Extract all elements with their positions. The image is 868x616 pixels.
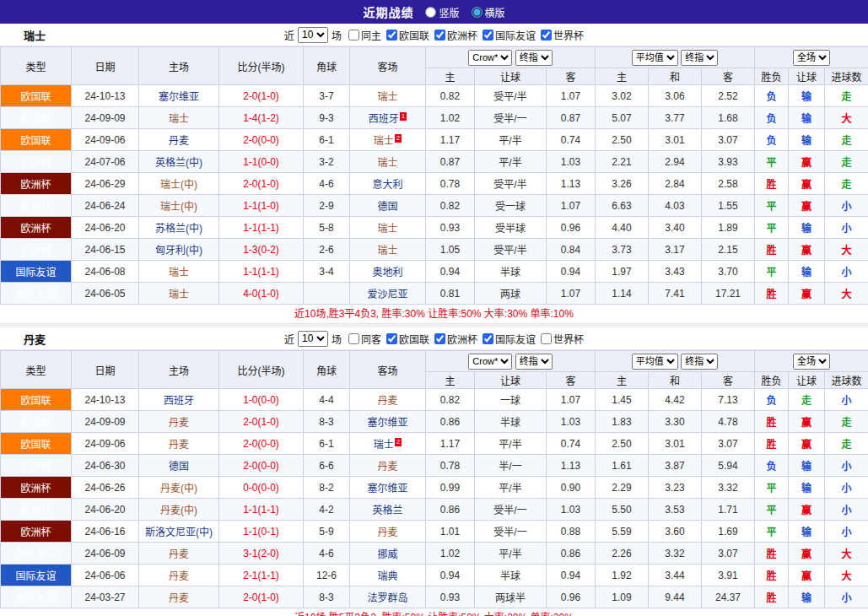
- checkbox-label: 欧国联: [399, 28, 429, 42]
- away-team[interactable]: 丹麦: [350, 389, 426, 411]
- result-goals: 走: [825, 129, 868, 151]
- vertical-radio-input[interactable]: [425, 7, 436, 18]
- home-team[interactable]: 德国: [139, 455, 219, 477]
- filter-checkbox[interactable]: 国际友谊: [479, 332, 536, 346]
- filter-checkbox[interactable]: 世界杯: [537, 28, 584, 42]
- checkbox-input[interactable]: [541, 30, 552, 41]
- competition-badge: 欧洲杯: [1, 151, 72, 173]
- checkbox-input[interactable]: [483, 333, 493, 344]
- asian-stage-select[interactable]: 终指: [515, 354, 553, 370]
- result-goals: 小: [825, 521, 868, 543]
- rank-badge: 2: [395, 134, 402, 143]
- away-team[interactable]: 挪威: [350, 543, 426, 565]
- home-team[interactable]: 丹麦: [139, 543, 219, 565]
- euro-stage-select[interactable]: 终指: [681, 354, 718, 370]
- home-team[interactable]: 丹麦(中): [139, 477, 219, 499]
- away-team[interactable]: 塞尔维亚: [350, 477, 426, 499]
- home-team[interactable]: 斯洛文尼亚(中): [139, 521, 219, 543]
- home-team[interactable]: 丹麦(中): [139, 499, 219, 521]
- bookmaker-select[interactable]: Crow*: [468, 50, 512, 66]
- score: 2-0(1-0): [219, 586, 304, 608]
- euro-draw-odds: 3.32: [649, 543, 702, 565]
- home-team[interactable]: 丹麦: [139, 411, 219, 433]
- away-team[interactable]: 丹麦: [350, 521, 426, 543]
- filter-checkbox[interactable]: 欧洲杯: [431, 28, 477, 42]
- filter-checkbox[interactable]: 世界杯: [537, 332, 584, 346]
- euro-average-select[interactable]: 平均值: [632, 50, 678, 66]
- checkbox-input[interactable]: [386, 333, 397, 344]
- filter-checkbox[interactable]: 欧国联: [383, 332, 429, 346]
- checkbox-input[interactable]: [348, 30, 359, 41]
- match-date: 24-09-09: [72, 411, 139, 433]
- result-handicap: 输: [789, 521, 825, 543]
- corners: 6-6: [304, 455, 350, 477]
- away-team[interactable]: 瑞士2: [350, 433, 426, 455]
- filter-checkbox[interactable]: 欧国联: [383, 28, 429, 42]
- away-team[interactable]: 意大利: [350, 173, 426, 195]
- away-team[interactable]: 西班牙1: [350, 107, 426, 129]
- home-team[interactable]: 西班牙: [139, 389, 219, 411]
- home-team[interactable]: 匈牙利(中): [139, 239, 219, 261]
- filter-checkbox[interactable]: 同客: [345, 332, 381, 346]
- scope-select[interactable]: 全场: [793, 354, 830, 370]
- home-team[interactable]: 瑞士: [139, 107, 219, 129]
- checkbox-input[interactable]: [434, 30, 445, 41]
- corners: 6-1: [304, 433, 350, 455]
- score: 1-1(1-1): [219, 499, 304, 521]
- home-team[interactable]: 丹麦: [139, 565, 219, 586]
- horizontal-radio-input[interactable]: [472, 7, 483, 18]
- away-team[interactable]: 法罗群岛: [350, 586, 426, 608]
- away-team[interactable]: 瑞士: [350, 151, 426, 173]
- checkbox-label: 同客: [361, 332, 381, 346]
- result-goals: 大: [825, 565, 868, 586]
- home-team[interactable]: 瑞士(中): [139, 173, 219, 195]
- away-team[interactable]: 德国: [350, 195, 426, 217]
- euro-stage-select[interactable]: 终指: [681, 50, 718, 66]
- euro-draw-odds: 9.44: [649, 586, 702, 608]
- asian-handicap: 半球: [475, 565, 547, 586]
- home-team[interactable]: 丹麦: [139, 129, 219, 151]
- asian-stage-select[interactable]: 终指: [515, 50, 553, 66]
- filter-checkbox[interactable]: 国际友谊: [479, 28, 536, 42]
- layout-radio-horizontal[interactable]: 横版: [472, 5, 505, 19]
- checkbox-input[interactable]: [541, 333, 552, 344]
- home-team[interactable]: 苏格兰(中): [139, 217, 219, 239]
- away-team[interactable]: 丹麦: [350, 455, 426, 477]
- away-team[interactable]: 瑞士: [350, 85, 426, 107]
- away-team[interactable]: 奥地利: [350, 261, 426, 283]
- home-team[interactable]: 瑞士(中): [139, 195, 219, 217]
- euro-average-select[interactable]: 平均值: [632, 354, 678, 370]
- asian-away-odds: 0.94: [547, 261, 596, 283]
- home-team[interactable]: 丹麦: [139, 586, 219, 608]
- scope-select[interactable]: 全场: [793, 50, 830, 66]
- away-team[interactable]: 塞尔维亚: [350, 411, 426, 433]
- checkbox-input[interactable]: [348, 333, 359, 344]
- filter-checkboxes: 同客欧国联欧洲杯国际友谊世界杯: [345, 332, 584, 346]
- match-count-select[interactable]: 10: [298, 27, 328, 43]
- home-team[interactable]: 丹麦: [139, 433, 219, 455]
- match-date: 24-10-13: [72, 389, 139, 411]
- match-count-select[interactable]: 10: [298, 331, 328, 347]
- checkbox-input[interactable]: [483, 30, 493, 41]
- away-team[interactable]: 瑞典: [350, 565, 426, 586]
- asian-home-odds: 1.17: [426, 433, 475, 455]
- checkbox-input[interactable]: [434, 333, 445, 344]
- filter-checkbox[interactable]: 同主: [345, 28, 381, 42]
- competition-badge: 欧洲杯: [1, 477, 72, 499]
- away-team[interactable]: 瑞士: [350, 239, 426, 261]
- asian-away-odds: 1.13: [547, 173, 596, 195]
- away-team[interactable]: 瑞士: [350, 217, 426, 239]
- away-team[interactable]: 爱沙尼亚: [350, 283, 426, 305]
- home-team[interactable]: 瑞士: [139, 283, 219, 305]
- filter-checkbox[interactable]: 欧洲杯: [431, 332, 477, 346]
- euro-draw-odds: 3.87: [649, 455, 702, 477]
- home-team[interactable]: 英格兰(中): [139, 151, 219, 173]
- home-team[interactable]: 塞尔维亚: [139, 85, 219, 107]
- away-team[interactable]: 英格兰: [350, 499, 426, 521]
- layout-radio-vertical[interactable]: 竖版: [425, 5, 459, 19]
- bookmaker-select[interactable]: Crow*: [468, 354, 512, 370]
- away-team[interactable]: 瑞士2: [350, 129, 426, 151]
- checkbox-input[interactable]: [386, 30, 397, 41]
- competition-badge: 欧国联: [1, 107, 72, 129]
- home-team[interactable]: 瑞士: [139, 261, 219, 283]
